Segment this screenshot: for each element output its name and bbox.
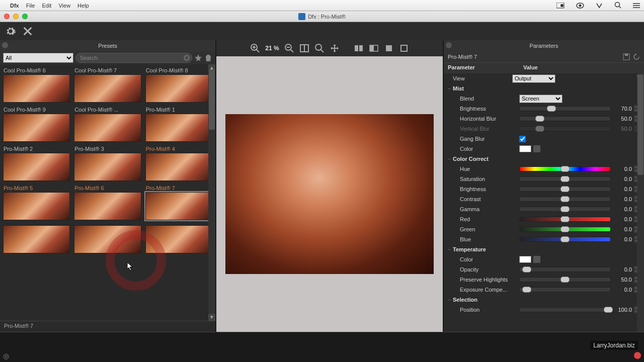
tray-rec-icon[interactable]: [551, 3, 565, 9]
slider-thumb[interactable]: [535, 116, 544, 122]
preset-item[interactable]: Cool Pro-Mist® 6: [3, 66, 70, 103]
close-badge-icon[interactable]: [634, 352, 641, 359]
star-icon[interactable]: [194, 54, 202, 62]
preset-search-input[interactable]: [75, 53, 192, 63]
zoom-in-icon[interactable]: [250, 43, 260, 53]
slider-thumb[interactable]: [560, 277, 570, 283]
tray-arrow-icon[interactable]: [591, 3, 603, 9]
param-slider[interactable]: [519, 217, 611, 222]
collapse-icon[interactable]: –: [446, 247, 453, 252]
preset-thumbnail[interactable]: [3, 74, 70, 103]
preset-thumbnail[interactable]: [74, 225, 141, 253]
preset-item[interactable]: Cool Pro-Mist® 7: [74, 66, 141, 103]
preset-item[interactable]: Pro-Mist® 2: [3, 145, 70, 181]
slider-thumb[interactable]: [560, 226, 570, 232]
preset-item[interactable]: Pro-Mist® 5: [3, 184, 70, 220]
slider-thumb[interactable]: [535, 126, 544, 132]
preset-thumbnail[interactable]: [145, 114, 212, 142]
param-slider[interactable]: [519, 197, 611, 202]
preset-item[interactable]: [3, 223, 70, 253]
view-single-icon[interactable]: [384, 43, 394, 53]
preset-item[interactable]: Cool Pro-Mist® ...: [74, 106, 141, 142]
collapse-icon[interactable]: –: [446, 297, 453, 302]
preset-scrollbar[interactable]: ▴ ▾: [208, 64, 215, 321]
clear-search-icon[interactable]: [183, 54, 190, 61]
close-button[interactable]: [4, 14, 10, 19]
preset-item[interactable]: [74, 223, 141, 253]
view-alt-icon[interactable]: [399, 43, 409, 53]
preset-thumbnail[interactable]: [74, 74, 141, 103]
menu-list-icon[interactable]: [628, 3, 640, 9]
zoom-reset-icon[interactable]: [314, 43, 325, 53]
menu-help[interactable]: Help: [77, 3, 89, 9]
preset-thumbnail[interactable]: [74, 192, 141, 220]
minimize-button[interactable]: [13, 14, 19, 19]
tray-eye-icon[interactable]: [571, 3, 584, 9]
param-slider[interactable]: [519, 267, 611, 272]
collapse-icon[interactable]: –: [446, 86, 453, 91]
param-slider[interactable]: [519, 126, 611, 131]
slider-thumb[interactable]: [560, 166, 570, 172]
slider-thumb[interactable]: [560, 216, 570, 222]
param-slider[interactable]: [519, 307, 611, 312]
collapse-icon[interactable]: –: [446, 156, 453, 161]
param-slider[interactable]: [519, 176, 611, 182]
preset-thumbnail[interactable]: [145, 153, 212, 181]
menu-view[interactable]: View: [58, 3, 70, 9]
preset-thumbnail[interactable]: [3, 114, 70, 142]
scroll-down-icon[interactable]: ▾: [208, 314, 215, 321]
slider-thumb[interactable]: [560, 196, 570, 202]
preset-filter-select[interactable]: All: [3, 53, 73, 63]
preset-thumbnail[interactable]: [74, 114, 141, 142]
viewer-canvas[interactable]: [216, 56, 443, 332]
preset-thumbnail[interactable]: [3, 225, 70, 253]
param-slider[interactable]: [519, 116, 611, 121]
save-preset-icon[interactable]: [623, 53, 630, 60]
preset-item[interactable]: Cool Pro-Mist® 8: [145, 66, 212, 103]
slider-thumb[interactable]: [522, 287, 531, 293]
zoom-button[interactable]: [22, 14, 28, 19]
preset-item[interactable]: Pro-Mist® 4: [145, 145, 212, 181]
menu-edit[interactable]: Edit: [42, 3, 51, 9]
scroll-thumb[interactable]: [209, 69, 215, 130]
preset-item[interactable]: Pro-Mist® 3: [74, 145, 141, 181]
param-slider[interactable]: [519, 106, 611, 111]
slider-thumb[interactable]: [560, 206, 570, 212]
fit-icon[interactable]: [299, 43, 309, 53]
param-slider[interactable]: [519, 166, 611, 171]
slider-thumb[interactable]: [560, 176, 570, 182]
color-swatch[interactable]: [519, 256, 531, 263]
slider-thumb[interactable]: [522, 266, 531, 273]
preset-thumbnail[interactable]: [3, 153, 70, 181]
compare-split-icon[interactable]: [354, 43, 364, 53]
param-dropdown[interactable]: Screen: [519, 95, 562, 103]
zoom-label[interactable]: 21 %: [265, 45, 279, 52]
param-slider[interactable]: [519, 227, 611, 232]
reset-icon[interactable]: [633, 53, 640, 60]
move-icon[interactable]: [330, 43, 340, 53]
menu-file[interactable]: File: [26, 3, 35, 9]
trash-icon[interactable]: [204, 54, 212, 62]
scroll-thumb[interactable]: [637, 74, 643, 175]
preset-item[interactable]: Pro-Mist® 1: [145, 106, 212, 142]
close-x-icon[interactable]: [22, 26, 33, 37]
preset-item[interactable]: Cool Pro-Mist® 9: [3, 106, 70, 142]
slider-thumb[interactable]: [560, 236, 570, 242]
compare-side-icon[interactable]: [369, 43, 379, 53]
gear-icon[interactable]: [5, 26, 16, 37]
spotlight-icon[interactable]: [609, 2, 621, 9]
preset-item[interactable]: [145, 223, 212, 253]
param-slider[interactable]: [519, 287, 611, 292]
panel-close-icon[interactable]: [2, 42, 8, 48]
color-swatch[interactable]: [519, 145, 531, 152]
param-slider[interactable]: [519, 237, 611, 242]
param-checkbox[interactable]: [519, 136, 526, 142]
app-name[interactable]: Dfx: [10, 3, 19, 9]
eyedropper-icon[interactable]: [533, 145, 540, 152]
param-dropdown[interactable]: Output: [512, 74, 555, 83]
slider-thumb[interactable]: [547, 106, 556, 112]
slider-thumb[interactable]: [604, 307, 613, 313]
preset-thumbnail[interactable]: [145, 225, 212, 253]
param-slider[interactable]: [519, 187, 611, 192]
preset-item[interactable]: Pro-Mist® 6: [74, 184, 141, 220]
